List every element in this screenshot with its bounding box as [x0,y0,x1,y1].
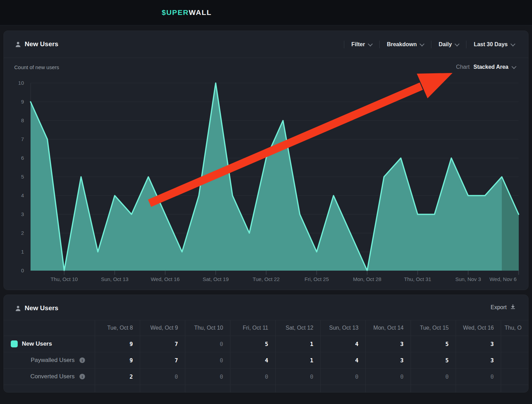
table-value: 0 [490,373,494,380]
table-cell: 3 [456,336,501,352]
x-axis-tick-label: Tue, Oct 22 [253,276,280,282]
x-axis-tick-label: Fri, Oct 25 [304,276,329,282]
y-axis-tick-label: 6 [21,155,24,161]
table-value: 4 [355,357,358,364]
table-cell [501,352,529,368]
row-label: New Users [22,340,52,347]
table-cell: 9 [95,336,140,352]
row-label-cell: Converted Users [4,368,95,385]
export-button[interactable]: Export [489,304,518,311]
x-axis-tick-label: Wed, Oct 16 [151,276,179,282]
logo-accent-text: $UPER [162,8,189,17]
table-value: 3 [400,341,404,347]
table-value: 4 [355,341,358,347]
table-value: 0 [310,373,313,380]
info-icon[interactable] [79,374,85,379]
table-cell: 3 [365,336,411,352]
table-cell: 0 [275,368,320,385]
column-header: Mon, Oct 14 [365,320,411,336]
row-label: Paywalled Users [31,357,75,364]
y-axis-tick-label: 2 [21,230,24,236]
data-table: Tue, Oct 8Wed, Oct 9Thu, Oct 10Fri, Oct … [4,320,529,393]
logo-rest-text: WALL [189,8,212,17]
table-corner-cell [4,320,95,336]
table-cell: 1 [275,336,320,352]
table-cell: 5 [411,352,456,368]
table-filler-cell [95,385,140,393]
table-value: 5 [265,341,268,347]
column-header: Sun, Oct 13 [320,320,365,336]
column-header: Thu, Oct 10 [185,320,230,336]
table-value: 1 [310,357,313,364]
table-cell: 4 [320,336,365,352]
y-axis-tick-label: 10 [18,80,24,86]
table-cell: 3 [365,352,411,368]
table-cell: 0 [185,352,230,368]
table-value: 7 [175,357,178,364]
table-filler-cell [501,385,529,393]
x-axis-tick-label: Thu, Oct 10 [51,276,78,282]
y-axis-tick-label: 4 [21,192,24,198]
table-value: 9 [129,341,133,347]
table-value: 0 [220,341,223,347]
column-header: Tue, Oct 15 [411,320,456,336]
table-value: 5 [445,341,449,347]
x-axis-tick-label: Sun, Oct 13 [101,276,128,282]
info-icon[interactable] [79,357,85,363]
table-filler-cell [365,385,411,393]
table-cell: 5 [411,336,456,352]
new-users-table-panel: New Users Export Tue, Oct 8Wed, Oct 9Thu… [3,295,529,393]
table-panel-title: New Users [25,304,58,312]
row-label-cell: Paywalled Users [4,352,95,368]
download-icon [510,304,516,311]
table-cell: 9 [95,352,140,368]
table-value: 0 [220,373,223,380]
table-cell: 4 [230,352,275,368]
table-filler-cell [456,385,501,393]
table-value: 4 [265,357,268,364]
new-users-chart-panel: New Users Filter Breakdown Daily Last 30… [3,31,529,290]
table-cell: 3 [456,352,501,368]
table-filler-cell [275,385,320,393]
x-axis-tick-label: Wed, Nov 6 [489,276,516,282]
export-button-label: Export [491,304,507,311]
table-cell: 0 [185,368,230,385]
y-axis-tick-label: 0 [21,267,24,273]
column-header: Wed, Oct 9 [140,320,185,336]
table-cell [501,368,529,385]
table-filler-cell [140,385,185,393]
person-icon [15,305,21,312]
top-nav-bar: $UPERWALL [0,0,532,25]
table-filler-cell [411,385,456,393]
table-cell: 7 [140,336,185,352]
table-cell: 0 [456,368,501,385]
y-axis-tick-label: 7 [21,136,24,142]
table-cell: 0 [365,368,411,385]
table-cell: 2 [95,368,140,385]
column-header: Thu, O [501,320,529,336]
y-axis-tick-label: 9 [21,99,24,105]
table-value: 1 [310,341,313,347]
table-value: 3 [490,357,494,364]
table-cell: 0 [411,368,456,385]
y-axis-tick-label: 3 [21,211,24,217]
table-value: 9 [129,357,133,364]
table-cell: 0 [140,368,185,385]
table-cell: 4 [320,352,365,368]
table-filler-cell [185,385,230,393]
table-filler-cell [320,385,365,393]
table-value: 0 [400,373,404,380]
table-value: 3 [490,341,494,347]
table-value: 2 [129,373,133,380]
y-axis-tick-label: 1 [21,249,24,255]
table-value: 0 [265,373,268,380]
superwall-logo[interactable]: $UPERWALL [162,0,212,25]
y-axis-tick-label: 5 [21,174,24,180]
table-filler-cell [4,385,95,393]
table-value: 7 [175,341,178,347]
table-value: 0 [445,373,449,380]
x-axis-tick-label: Thu, Oct 31 [404,276,431,282]
column-header: Sat, Oct 12 [275,320,320,336]
table-cell: 0 [185,336,230,352]
table-cell [501,336,529,352]
